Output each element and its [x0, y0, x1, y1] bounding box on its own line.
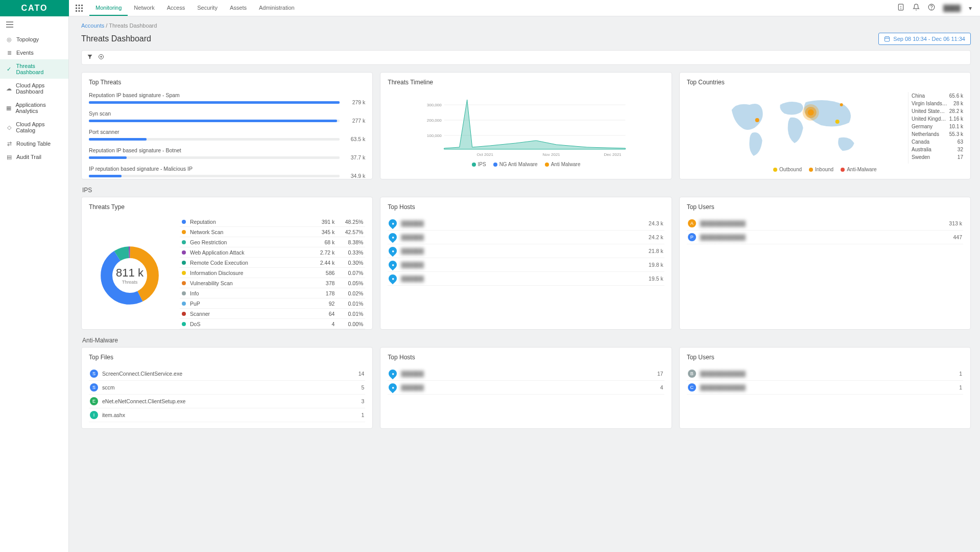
sidebar-item-routing-table[interactable]: ⇄Routing Table	[0, 137, 68, 150]
topnav-monitoring[interactable]: Monitoring	[89, 0, 128, 16]
country-row[interactable]: Netherlands55.3 k	[912, 130, 963, 138]
item-value: 21.8 k	[649, 248, 663, 254]
threat-value: 37.7 k	[344, 154, 365, 160]
list-item[interactable]: ●██████4	[388, 381, 664, 395]
card-title: Threats Timeline	[388, 79, 664, 86]
threat-row[interactable]: Syn scan277 k	[89, 110, 365, 124]
list-item[interactable]: ●██████19.8 k	[388, 258, 664, 272]
brand-logo[interactable]: CATO	[0, 0, 69, 16]
legend-item[interactable]: NG Anti Malware	[493, 162, 538, 167]
topnav-access[interactable]: Access	[161, 0, 191, 16]
topnav-network[interactable]: Network	[128, 0, 160, 16]
breadcrumb: Accounts / Threats Dashboard	[81, 22, 971, 29]
item-value: 19.8 k	[649, 262, 663, 268]
sidebar-toggle[interactable]	[0, 16, 68, 33]
threat-row[interactable]: Reputation IP based signature - Spam279 …	[89, 92, 365, 105]
donut-chart[interactable]: 811 k Threats	[89, 217, 171, 329]
list-item[interactable]: ●██████19.5 k	[388, 272, 664, 286]
topnav-administration[interactable]: Administration	[253, 0, 301, 16]
target-icon: ◎	[6, 36, 12, 42]
topnav-security[interactable]: Security	[191, 0, 224, 16]
threat-row[interactable]: Port scanner63.5 k	[89, 129, 365, 142]
threat-type-row[interactable]: Network Scan345 k42.57%	[180, 227, 365, 237]
svg-rect-5	[81, 7, 83, 9]
country-row[interactable]: United States of A...28.2 k	[912, 107, 963, 115]
svg-rect-8	[81, 10, 83, 12]
threat-value: 34.9 k	[344, 173, 365, 179]
add-filter-icon[interactable]	[98, 54, 104, 61]
filter-icon[interactable]	[87, 54, 93, 61]
legend-item[interactable]: Outbound	[773, 167, 802, 172]
world-map[interactable]	[687, 92, 904, 164]
list-item[interactable]: ●██████24.3 k	[388, 217, 664, 231]
threat-type-row[interactable]: DoS40.00%	[180, 319, 365, 329]
country-row[interactable]: Canada63	[912, 138, 963, 146]
page-title: Threats Dashboard	[81, 34, 151, 43]
list-item[interactable]: ●██████17	[388, 367, 664, 381]
threat-type-row[interactable]: Information Disclosure5860.07%	[180, 268, 365, 278]
breadcrumb-root[interactable]: Accounts	[81, 22, 104, 29]
threat-type-row[interactable]: PuP920.01%	[180, 298, 365, 309]
list-item[interactable]: Ssccm5	[89, 381, 365, 395]
country-row[interactable]: Sweden17	[912, 153, 963, 161]
sidebar-item-cloud-apps-catalog[interactable]: ◇Cloud Apps Catalog	[0, 118, 68, 137]
card-top-hosts-ips: Top Hosts ●██████24.3 k●██████24.2 k●███…	[380, 197, 672, 330]
svg-point-38	[835, 120, 839, 124]
timeline-chart[interactable]: 300,000 200,000 100,000 Oct 2021 Nov 202…	[388, 92, 664, 158]
threat-label: IP reputation based signature - Maliciou…	[89, 166, 365, 172]
legend-item[interactable]: Inbound	[809, 167, 833, 172]
threat-type-row[interactable]: Web Application Attack2.72 k0.33%	[180, 247, 365, 258]
threat-row[interactable]: IP reputation based signature - Maliciou…	[89, 166, 365, 179]
alert-icon[interactable]	[897, 4, 904, 12]
card-top-files: Top Files SScreenConnect.ClientService.e…	[81, 347, 373, 429]
country-row[interactable]: China65.6 k	[912, 92, 963, 100]
country-row[interactable]: Australia32	[912, 146, 963, 153]
threat-type-row[interactable]: Geo Restriction68 k8.38%	[180, 237, 365, 247]
threat-bar	[89, 175, 340, 177]
list-item[interactable]: EeNet.eNetConnect.ClientSetup.exe3	[89, 395, 365, 408]
card-title: Top Threats	[89, 79, 365, 86]
country-row[interactable]: United Kingdom of ...1.16 k	[912, 115, 963, 123]
country-row[interactable]: Virgin Islands (Briti...28 k	[912, 100, 963, 107]
threat-type-row[interactable]: Reputation391 k48.25%	[180, 217, 365, 227]
threat-type-row[interactable]: Scanner640.01%	[180, 309, 365, 319]
sidebar-item-cloud-apps-dashboard[interactable]: ☁Cloud Apps Dashboard	[0, 79, 68, 98]
avatar: E	[90, 397, 98, 405]
chevron-down-icon[interactable]: ▾	[969, 5, 972, 12]
list-item[interactable]: ●██████24.2 k	[388, 231, 664, 244]
list-item[interactable]: B████████████1	[687, 367, 963, 381]
apps-icon[interactable]	[69, 5, 89, 12]
sidebar-item-threats-dashboard[interactable]: ✓Threats Dashboard	[0, 59, 68, 79]
sidebar-item-applications-analytics[interactable]: ▦Applications Analytics	[0, 98, 68, 118]
list-item[interactable]: C████████████1	[687, 381, 963, 395]
legend-item[interactable]: IPS	[472, 162, 486, 167]
user-menu[interactable]: ████	[943, 5, 961, 12]
legend-item[interactable]: Anti-Malware	[841, 167, 876, 172]
date-range-button[interactable]: Sep 08 10:34 - Dec 06 11:34	[878, 33, 971, 45]
list-item[interactable]: P████████████447	[687, 231, 963, 244]
list-item[interactable]: Iitem.ashx1	[89, 408, 365, 422]
sidebar-item-topology[interactable]: ◎Topology	[0, 33, 68, 46]
list-item[interactable]: ●██████21.8 k	[388, 244, 664, 258]
help-icon[interactable]	[928, 4, 935, 12]
item-name: ████████████	[700, 234, 746, 240]
shell: ◎Topology≣Events✓Threats Dashboard☁Cloud…	[0, 16, 980, 552]
topnav-assets[interactable]: Assets	[224, 0, 253, 16]
pin-icon: ●	[387, 218, 399, 229]
threat-type-row[interactable]: Vulnerability Scan3780.05%	[180, 278, 365, 288]
svg-text:Oct 2021: Oct 2021	[477, 152, 494, 157]
country-row[interactable]: Germany10.1 k	[912, 123, 963, 130]
threat-type-row[interactable]: Info1780.02%	[180, 288, 365, 298]
sidebar-item-events[interactable]: ≣Events	[0, 46, 68, 59]
card-title: Top Hosts	[388, 203, 664, 211]
bell-icon[interactable]	[913, 4, 920, 12]
legend-item[interactable]: Anti Malware	[545, 162, 581, 167]
threat-type-row[interactable]: Remote Code Execution2.44 k0.30%	[180, 258, 365, 268]
filter-bar[interactable]	[81, 50, 971, 65]
svg-text:200,000: 200,000	[427, 118, 442, 123]
threat-row[interactable]: Reputation IP based signature - Botnet37…	[89, 147, 365, 160]
sidebar-item-audit-trail[interactable]: ▤Audit Trail	[0, 150, 68, 164]
country-list[interactable]: China65.6 kVirgin Islands (Briti...28 kU…	[908, 92, 963, 164]
list-item[interactable]: SScreenConnect.ClientService.exe14	[89, 367, 365, 381]
list-item[interactable]: A████████████313 k	[687, 217, 963, 231]
